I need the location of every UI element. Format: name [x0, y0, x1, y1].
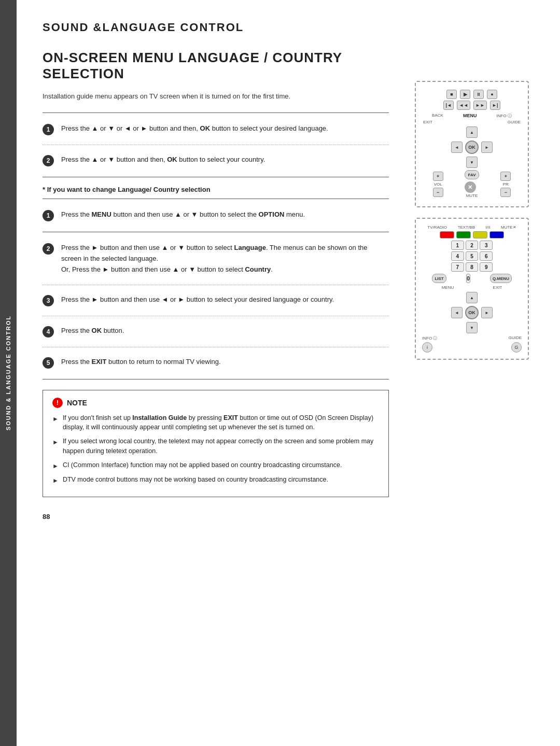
exit-label-b: EXIT — [493, 285, 502, 290]
list-btn: LIST — [432, 274, 446, 283]
guide-btn-b: G — [511, 342, 522, 353]
divider-3 — [43, 199, 389, 199]
pr-plus: + — [500, 172, 511, 181]
num-6: 6 — [480, 251, 493, 261]
next-btn: ►| — [490, 101, 500, 110]
i-ii-label: I/II — [486, 225, 491, 230]
note-text-1: If you don't finish set up Installation … — [63, 413, 379, 433]
nav-cluster-bottom: ▲ ◄ OK ► ▼ — [451, 292, 493, 333]
num-2: 2 — [466, 241, 479, 250]
text-label: TEXT/BB — [458, 225, 475, 230]
guide-label: GUIDE — [508, 120, 521, 124]
arrow-icon-1: ► — [52, 414, 59, 424]
arrow-icon-3: ► — [52, 461, 59, 471]
guide-label-b: GUIDE — [509, 335, 522, 341]
nav-ok-btn-b: OK — [465, 306, 479, 319]
change-step-text-3: Press the ► button and then use ◄ or ► b… — [61, 294, 334, 305]
qmenu-btn: Q.MENU — [490, 274, 512, 283]
note-section: ! NOTE ► If you don't finish set up Inst… — [43, 390, 389, 497]
rec-btn: ● — [487, 90, 497, 99]
change-step-row-1: 1 Press the MENU button and then use ▲ o… — [43, 204, 389, 227]
nav-right-btn: ► — [481, 142, 493, 153]
rew-btn: ◄◄ — [457, 101, 470, 110]
left-column: ON-SCREEN MENU LANGUAGE / COUNTRY SELECT… — [43, 50, 389, 520]
num-4: 4 — [451, 251, 464, 261]
note-icon: ! — [52, 398, 63, 408]
main-content: SOUND &LANGUAGE CONTROL ON-SCREEN MENU L… — [17, 0, 560, 541]
num-5: 5 — [466, 251, 479, 261]
sidebar: SOUND & LANGUAGE CONTROL — [0, 0, 17, 746]
change-step-num-1: 1 — [43, 210, 54, 221]
ff-btn: ►► — [473, 101, 487, 110]
arrow-icon-2: ► — [52, 438, 59, 447]
change-step-text-1: Press the MENU button and then use ▲ or … — [61, 209, 305, 220]
vol-minus: − — [433, 188, 443, 197]
divider-2 — [43, 177, 389, 177]
arrow-icon-4: ► — [52, 476, 59, 485]
section-title: ON-SCREEN MENU LANGUAGE / COUNTRY SELECT… — [43, 50, 389, 82]
change-steps: 1 Press the MENU button and then use ▲ o… — [43, 204, 389, 373]
note-list: ► If you don't finish set up Installatio… — [52, 413, 379, 485]
menu-label: MENU — [463, 113, 477, 119]
divider-cs4 — [43, 347, 389, 347]
mute-x-btn: ✕ — [465, 181, 476, 193]
info-guide-btns: i G — [422, 342, 522, 353]
exit-label: EXIT — [423, 120, 432, 124]
step-num-1: 1 — [43, 124, 54, 135]
mute-label-small: MUTE — [465, 193, 479, 198]
chapter-title: SOUND &LANGUAGE CONTROL — [43, 21, 539, 34]
num-9: 9 — [480, 262, 493, 272]
two-col-layout: ON-SCREEN MENU LANGUAGE / COUNTRY SELECT… — [43, 50, 539, 520]
vol-label: VOL — [434, 182, 442, 187]
pr-minus: − — [500, 188, 511, 197]
step-row-1: 1 Press the ▲ or ▼ or ◄ or ► button and … — [43, 118, 389, 140]
red-btn — [440, 231, 454, 238]
step-text-2: Press the ▲ or ▼ button and then, OK but… — [61, 154, 265, 165]
exit-guide-labels: EXIT GUIDE — [423, 120, 521, 124]
change-step-num-2: 2 — [43, 243, 54, 255]
list-0-qmenu-row: LIST 0 Q.MENU — [422, 274, 522, 283]
num-8: 8 — [466, 262, 479, 272]
numpad: 1 2 3 4 5 6 7 8 9 — [451, 241, 493, 272]
pause-btn: II — [473, 90, 484, 99]
remote-bottom: TV/RADIO TEXT/BB I/II MUTE✕ 1 2 3 4 — [415, 218, 529, 360]
note-item-3: ► CI (Common Interface) function may not… — [52, 460, 379, 471]
note-item-2: ► If you select wrong local country, the… — [52, 437, 379, 456]
x-btn-wrap: ✕ — [465, 181, 479, 193]
change-step-num-3: 3 — [43, 295, 54, 306]
fav-btn-wrap: FAV ✕ MUTE — [465, 170, 479, 198]
remote-top: ■ ▶ II ● |◄ ◄◄ ►► ►| BACK MENU INFO ⓘ — [415, 81, 529, 207]
initial-steps: 1 Press the ▲ or ▼ or ◄ or ► button and … — [43, 118, 389, 172]
sidebar-label: SOUND & LANGUAGE CONTROL — [5, 315, 11, 430]
vol-block: + VOL − — [433, 172, 443, 197]
green-btn — [456, 231, 471, 238]
change-step-num-5: 5 — [43, 357, 54, 369]
nav-left-btn: ◄ — [451, 142, 463, 153]
top-labels: TV/RADIO TEXT/BB I/II MUTE✕ — [422, 225, 522, 230]
info-label: INFO ⓘ — [497, 113, 512, 119]
step-num-2: 2 — [43, 155, 54, 166]
right-column: ■ ▶ II ● |◄ ◄◄ ►► ►| BACK MENU INFO ⓘ — [404, 50, 539, 520]
nav-down-btn: ▼ — [466, 157, 478, 168]
divider-cs3 — [43, 316, 389, 316]
fav-btn: FAV — [465, 170, 479, 179]
nav-down-btn-b: ▼ — [466, 322, 478, 333]
change-step-text-5: Press the EXIT button to return to norma… — [61, 357, 221, 368]
nav-ok-btn: OK — [465, 140, 479, 154]
change-step-row-2: 2 Press the ► button and then use ▲ or ▼… — [43, 237, 389, 280]
num-1: 1 — [451, 241, 464, 250]
yellow-btn — [473, 231, 487, 238]
pr-label: PR — [503, 182, 509, 187]
divider-step1 — [43, 145, 389, 145]
info-guide-row: INFO ⓘ GUIDE — [422, 335, 522, 341]
change-step-row-3: 3 Press the ► button and then use ◄ or ►… — [43, 289, 389, 312]
color-buttons — [422, 231, 522, 238]
step-row-2: 2 Press the ▲ or ▼ button and then, OK b… — [43, 149, 389, 172]
num-7: 7 — [451, 262, 464, 272]
nav-right-btn-b: ► — [481, 307, 493, 318]
page-number: 88 — [43, 513, 389, 520]
divider-cs2 — [43, 285, 389, 285]
change-step-row-5: 5 Press the EXIT button to return to nor… — [43, 351, 389, 374]
num-0: 0 — [466, 274, 470, 283]
step-text-1: Press the ▲ or ▼ or ◄ or ► button and th… — [61, 123, 328, 134]
